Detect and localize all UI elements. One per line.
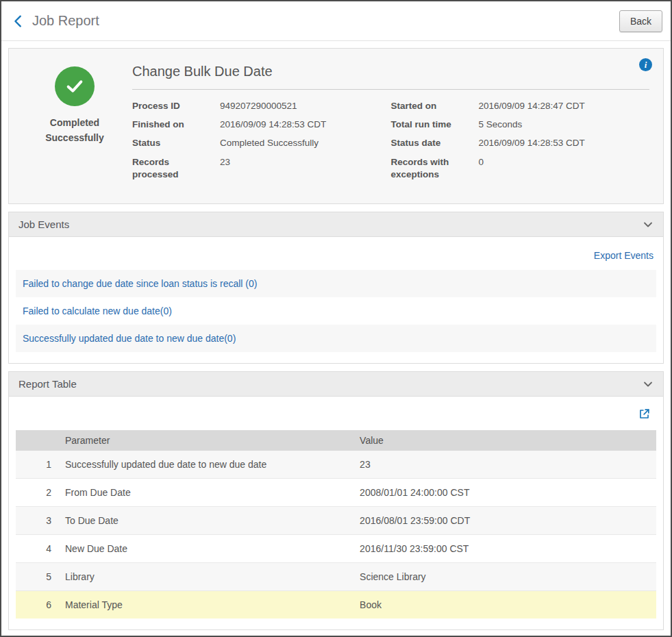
info-icon[interactable]: i (639, 58, 652, 71)
event-row: Failed to calculate new due date(0) (16, 297, 656, 325)
row-value: 23 (353, 451, 656, 479)
export-events-row: Export Events (16, 241, 656, 270)
field-value: 0 (479, 156, 650, 181)
export-events-link[interactable]: Export Events (594, 250, 654, 261)
table-row[interactable]: 1 Successfully updated due date to new d… (16, 451, 656, 479)
field-label: Records processed (132, 156, 220, 181)
field-value: 2016/09/09 14:28:47 CDT (479, 100, 650, 112)
field-records-processed: Records processed 23 (132, 156, 391, 181)
event-row: Successfully updated due date to new due… (16, 325, 656, 352)
field-started-on: Started on 2016/09/09 14:28:47 CDT (391, 100, 650, 112)
field-records-with-exceptions: Records with exceptions 0 (391, 156, 650, 181)
row-value: Book (353, 591, 656, 619)
table-row[interactable]: 6 Material Type Book (16, 591, 656, 619)
event-row: Failed to change due date since loan sta… (16, 270, 656, 297)
field-value: 2016/09/09 14:28:53 CDT (479, 137, 650, 149)
job-events-section: Job Events Export Events Failed to chang… (8, 212, 664, 364)
row-value: 2016/11/30 23:59:00 CST (353, 535, 656, 563)
event-link-calc-failed[interactable]: Failed to calculate new due date(0) (23, 305, 172, 316)
field-value: 5 Seconds (479, 118, 650, 131)
column-header-index (16, 430, 58, 451)
job-summary-panel: i Completed Successfully Change Bulk Due… (8, 48, 664, 204)
success-check-icon (55, 66, 95, 106)
field-value: Completed Successfully (220, 137, 391, 149)
field-label: Process ID (132, 100, 220, 112)
summary-fields-left: Process ID 949207290000521 Finished on 2… (132, 100, 391, 187)
chevron-down-icon[interactable] (643, 219, 654, 230)
topbar: Job Report Back (1, 1, 671, 41)
row-value: Science Library (353, 563, 656, 591)
field-value: 2016/09/09 14:28:53 CDT (220, 118, 391, 131)
summary-fields: Process ID 949207290000521 Finished on 2… (132, 100, 649, 187)
field-label: Status date (391, 137, 479, 149)
field-label: Status (132, 137, 220, 149)
field-label: Finished on (132, 118, 220, 131)
row-value: 2008/01/01 24:00:00 CST (353, 479, 656, 507)
row-number: 2 (16, 479, 58, 507)
chevron-down-icon[interactable] (643, 379, 654, 390)
row-parameter: From Due Date (58, 479, 353, 507)
event-link-updated[interactable]: Successfully updated due date to new due… (23, 333, 236, 344)
row-number: 3 (16, 507, 58, 535)
column-header-parameter: Parameter (58, 430, 353, 451)
export-table-icon[interactable] (638, 408, 651, 421)
field-label: Total run time (391, 118, 479, 131)
report-table: Parameter Value 1 Successfully updated d… (16, 430, 656, 619)
job-summary-details: Change Bulk Due Date Process ID 94920729… (127, 61, 649, 187)
table-row[interactable]: 3 To Due Date 2016/08/01 23:59:00 CDT (16, 507, 656, 535)
row-number: 1 (16, 451, 58, 479)
back-button[interactable]: Back (619, 10, 662, 32)
column-header-value: Value (353, 430, 656, 451)
row-parameter: To Due Date (58, 507, 353, 535)
job-events-title: Job Events (18, 218, 69, 230)
field-finished-on: Finished on 2016/09/09 14:28:53 CDT (132, 118, 391, 131)
row-parameter: Successfully updated due date to new due… (58, 451, 353, 479)
page-title: Job Report (32, 13, 99, 29)
job-status-label: Completed Successfully (23, 116, 127, 145)
back-chevron-icon[interactable] (11, 14, 26, 29)
field-label: Started on (391, 100, 479, 112)
job-title: Change Bulk Due Date (132, 61, 649, 90)
row-value: 2016/08/01 23:59:00 CDT (353, 507, 656, 535)
field-status: Status Completed Successfully (132, 137, 391, 149)
field-total-run-time: Total run time 5 Seconds (391, 118, 650, 131)
row-parameter: Library (58, 563, 353, 591)
export-table-row (16, 401, 656, 430)
row-parameter: Material Type (58, 591, 353, 619)
job-report-page: Job Report Back i Completed Successfully… (0, 0, 672, 637)
table-header-row: Parameter Value (16, 430, 656, 451)
table-row[interactable]: 5 Library Science Library (16, 563, 656, 591)
row-number: 4 (16, 535, 58, 563)
table-row[interactable]: 4 New Due Date 2016/11/30 23:59:00 CST (16, 535, 656, 563)
field-process-id: Process ID 949207290000521 (132, 100, 391, 112)
job-status-column: Completed Successfully (23, 61, 127, 187)
job-events-body: Export Events Failed to change due date … (9, 237, 663, 363)
job-events-list: Failed to change due date since loan sta… (16, 270, 656, 352)
summary-fields-right: Started on 2016/09/09 14:28:47 CDT Total… (391, 100, 650, 187)
job-events-header[interactable]: Job Events (9, 212, 663, 237)
field-status-date: Status date 2016/09/09 14:28:53 CDT (391, 137, 650, 149)
field-value: 23 (220, 156, 391, 181)
row-number: 6 (16, 591, 58, 619)
report-table-body: Parameter Value 1 Successfully updated d… (9, 397, 663, 629)
field-label: Records with exceptions (391, 156, 479, 181)
report-table-header[interactable]: Report Table (9, 372, 663, 397)
report-table-section: Report Table (8, 371, 664, 630)
row-parameter: New Due Date (58, 535, 353, 563)
event-link-recall-failed[interactable]: Failed to change due date since loan sta… (23, 278, 257, 289)
table-row[interactable]: 2 From Due Date 2008/01/01 24:00:00 CST (16, 479, 656, 507)
field-value: 949207290000521 (220, 100, 391, 112)
report-table-title: Report Table (18, 378, 77, 390)
row-number: 5 (16, 563, 58, 591)
